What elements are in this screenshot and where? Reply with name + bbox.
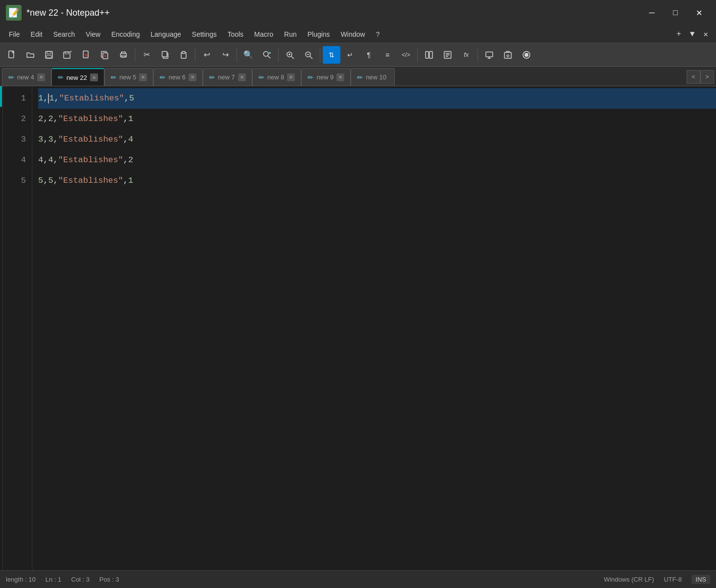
record-button[interactable]	[518, 46, 535, 64]
tab-next-button[interactable]: >	[700, 70, 714, 84]
redo-button[interactable]: ↪	[216, 46, 234, 64]
find-button[interactable]: 🔍	[239, 46, 257, 64]
close-button[interactable]	[77, 46, 95, 64]
zoom-in-button[interactable]	[281, 46, 299, 64]
tab-new5[interactable]: ✏ new 5 ✕	[104, 68, 154, 86]
tab-close-new8[interactable]: ✕	[287, 74, 295, 81]
title-bar: 📝 *new 22 - Notepad++ ─ □ ✕	[0, 0, 716, 25]
svg-rect-19	[430, 51, 432, 58]
show-all-chars-button[interactable]: ¶	[360, 46, 378, 64]
wordwrap-button[interactable]: ↵	[341, 46, 359, 64]
menu-window[interactable]: Window	[336, 28, 370, 40]
code-line-3: 3,3,"Establishes",4	[38, 129, 716, 150]
menu-file[interactable]: File	[4, 28, 25, 40]
menu-macro[interactable]: Macro	[249, 28, 278, 40]
zoom-out-button[interactable]	[300, 46, 317, 64]
line-numbers: 1 2 3 4 5	[3, 86, 32, 570]
tab-prev-button[interactable]: <	[687, 70, 700, 84]
xml-tool-button[interactable]: </>	[397, 46, 415, 64]
copy-button[interactable]	[156, 46, 174, 64]
toolbar: ✂ ↩ ↪ 🔍 ⇅ ↵ ¶ ≡ </>	[0, 43, 716, 67]
tab-navigation: < >	[687, 68, 714, 86]
svg-rect-12	[162, 51, 167, 57]
doc-map-button[interactable]	[420, 46, 438, 64]
menu-settings[interactable]: Settings	[187, 28, 222, 40]
menu-encoding[interactable]: Encoding	[106, 28, 144, 40]
tab-label-new9: new 9	[316, 74, 334, 81]
tab-new8[interactable]: ✏ new 8 ✕	[252, 68, 302, 86]
print-button[interactable]	[115, 46, 132, 64]
monitor-button[interactable]	[480, 46, 498, 64]
tab-dropdown-button[interactable]: ▼	[686, 28, 699, 41]
paste-button[interactable]	[175, 46, 192, 64]
tab-bar: ✏ new 4 ✕ ✏ new 22 ✕ ✏ new 5 ✕ ✏ new 6 ✕…	[0, 67, 716, 86]
menu-plugins[interactable]: Plugins	[303, 28, 335, 40]
minimize-button[interactable]: ─	[641, 4, 663, 21]
menu-tools[interactable]: Tools	[222, 28, 248, 40]
sync-scroll-button[interactable]: ⇅	[323, 46, 340, 64]
editor-container: 1 2 3 4 5 1,1,"Establishes",5 2,2,"Estab…	[0, 86, 716, 570]
svg-rect-21	[486, 52, 493, 57]
line-num-2: 2	[3, 109, 26, 129]
svg-rect-18	[426, 51, 429, 58]
status-pos: Pos : 3	[99, 576, 119, 583]
tab-new7[interactable]: ✏ new 7 ✕	[203, 68, 252, 86]
tab-label-new8: new 8	[267, 74, 285, 81]
line-num-5: 5	[3, 171, 26, 191]
save-all-button[interactable]	[59, 46, 76, 64]
menu-edit[interactable]: Edit	[26, 28, 48, 40]
tab-label-new22: new 22	[67, 74, 87, 81]
find-replace-button[interactable]	[258, 46, 276, 64]
menu-help[interactable]: ?	[371, 28, 384, 40]
indent-guide-button[interactable]: ≡	[379, 46, 396, 64]
line-indicator	[0, 86, 2, 107]
svg-rect-4	[64, 52, 70, 58]
tab-close-new7[interactable]: ✕	[238, 74, 246, 81]
menu-language[interactable]: Language	[146, 28, 186, 40]
doc-list-button[interactable]	[439, 46, 456, 64]
line-num-3: 3	[3, 129, 26, 150]
status-length: length : 10	[6, 576, 36, 583]
maximize-button[interactable]: □	[664, 4, 687, 21]
tab-new9[interactable]: ✏ new 9 ✕	[301, 68, 351, 86]
tab-icon-new10: ✏	[357, 74, 363, 81]
tab-label-new10: new 10	[366, 74, 386, 81]
code-line-5: 5,5,"Establishes",1	[38, 171, 716, 191]
menu-run[interactable]: Run	[279, 28, 302, 40]
code-line-4: 4,4,"Establishes",2	[38, 150, 716, 171]
new-file-button[interactable]	[3, 46, 21, 64]
line-num-1: 1	[3, 88, 26, 109]
tab-close-new6[interactable]: ✕	[189, 74, 196, 81]
menu-view[interactable]: View	[81, 28, 105, 40]
editor-content[interactable]: 1,1,"Establishes",5 2,2,"Establishes",1 …	[32, 86, 716, 570]
svg-point-15	[263, 51, 268, 56]
tab-close-new22[interactable]: ✕	[90, 74, 98, 81]
cut-button[interactable]: ✂	[138, 46, 155, 64]
status-line-ending[interactable]: Windows (CR LF)	[604, 576, 654, 583]
tab-close-new9[interactable]: ✕	[336, 74, 344, 81]
undo-button[interactable]: ↩	[198, 46, 215, 64]
new-tab-button[interactable]: +	[672, 28, 685, 41]
tab-icon-new9: ✏	[308, 74, 313, 81]
tab-close-new5[interactable]: ✕	[139, 74, 147, 81]
status-bar: length : 10 Ln : 1 Col : 3 Pos : 3 Windo…	[0, 570, 716, 588]
status-encoding[interactable]: UTF-8	[664, 576, 682, 583]
tab-icon-new4: ✏	[8, 74, 14, 81]
menu-search[interactable]: Search	[48, 28, 80, 40]
code-line-1: 1,1,"Establishes",5	[38, 88, 716, 109]
tab-new6[interactable]: ✏ new 6 ✕	[153, 68, 203, 86]
close-button[interactable]: ✕	[688, 4, 710, 21]
close-all-tab-button[interactable]	[96, 46, 114, 64]
status-insert-mode[interactable]: INS	[692, 575, 710, 584]
open-file-button[interactable]	[22, 46, 39, 64]
tab-new22[interactable]: ✏ new 22 ✕	[51, 68, 104, 86]
tab-new10[interactable]: ✏ new 10	[351, 68, 395, 86]
save-button[interactable]	[40, 46, 58, 64]
menu-bar: File Edit Search View Encoding Language …	[0, 25, 716, 43]
project-button[interactable]	[499, 46, 517, 64]
func-list-button[interactable]: fx	[457, 46, 475, 64]
tab-new4[interactable]: ✏ new 4 ✕	[2, 68, 51, 86]
tab-close-new4[interactable]: ✕	[37, 74, 45, 81]
close-all-button[interactable]: ✕	[699, 27, 712, 41]
status-right: Windows (CR LF) UTF-8 INS	[604, 575, 710, 584]
